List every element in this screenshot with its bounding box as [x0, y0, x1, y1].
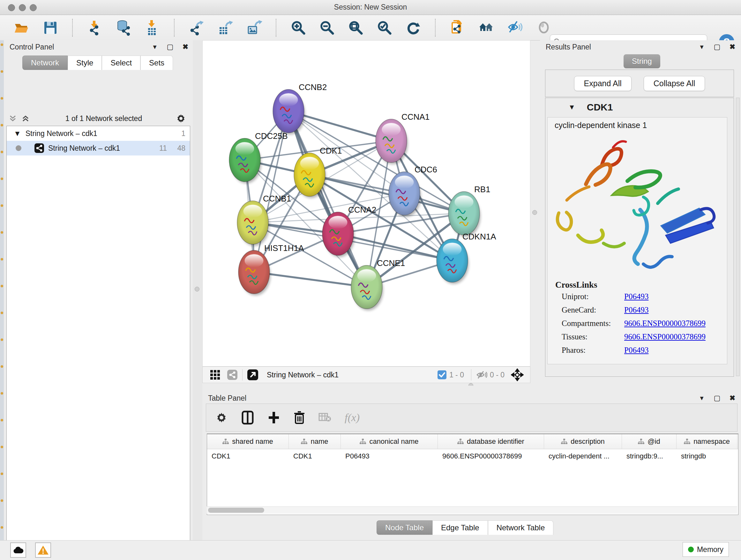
node-CDKN1A[interactable]: CDKN1A — [436, 232, 496, 284]
float-panel-icon[interactable]: ▢ — [713, 43, 721, 51]
network-share-icon[interactable] — [227, 369, 238, 380]
node-HIST1H1A[interactable]: HIST1H1A — [239, 243, 304, 295]
node-CCNB2[interactable]: CCNB2 — [273, 82, 327, 134]
column-header-id[interactable]: @id — [622, 434, 677, 449]
node-CCNA1[interactable]: CCNA1 — [376, 112, 429, 164]
birdseye-view-icon[interactable] — [210, 369, 220, 380]
collapse-all-button[interactable]: Collapse All — [644, 76, 705, 91]
column-header-description[interactable]: description — [544, 434, 622, 449]
network-collection-row[interactable]: ▼ String Network – cdk1 1 — [7, 126, 190, 141]
node-CDC6[interactable]: CDC6 — [389, 165, 437, 217]
tab-node-table[interactable]: Node Table — [377, 520, 432, 535]
tab-edge-table[interactable]: Edge Table — [432, 520, 488, 535]
edge-CCNB2-CCNE1[interactable] — [288, 111, 367, 287]
export-image-icon — [246, 19, 262, 36]
tab-network[interactable]: Network — [22, 56, 68, 70]
hide-selected-button[interactable] — [506, 19, 524, 37]
crosslink-link[interactable]: P06493 — [624, 346, 649, 355]
create-column-plus-icon[interactable] — [267, 411, 280, 425]
float-panel-icon[interactable]: ▢ — [713, 394, 721, 402]
tab-string[interactable]: String — [623, 54, 660, 68]
network-canvas[interactable]: CCNB2 CCNA1 CDC25B CDK1 CDC6 RB1 CCNB1 — [202, 40, 530, 367]
splitter-grip[interactable] — [195, 287, 199, 292]
cloud-button[interactable] — [10, 543, 26, 558]
zoom-out-icon — [319, 19, 335, 36]
tab-select[interactable]: Select — [102, 56, 140, 70]
tab-style[interactable]: Style — [68, 56, 102, 70]
results-scrollbar[interactable] — [736, 98, 740, 376]
folder-open-button[interactable] — [13, 19, 30, 37]
table-hscroll-thumb[interactable] — [208, 508, 264, 513]
show-all-button[interactable] — [535, 19, 553, 37]
import-network-button[interactable] — [86, 19, 104, 37]
selected-checkbox-icon[interactable] — [437, 370, 447, 380]
table-row[interactable]: CDK1CDK1P064939606.ENSP00000378699cyclin… — [207, 449, 738, 463]
status-bar: Memory — [0, 540, 741, 560]
column-header-label: description — [570, 437, 604, 446]
zoom-fit-button[interactable] — [347, 19, 365, 37]
column-header-databaseidentifier[interactable]: database identifier — [438, 434, 544, 449]
document-share-button[interactable] — [449, 19, 467, 37]
export-image-button[interactable] — [245, 19, 263, 37]
collection-expand-icon[interactable]: ▼ — [14, 129, 21, 138]
protein-structure-image — [548, 130, 726, 280]
table-cell: cyclin-dependent ... — [544, 452, 622, 460]
node-RB1[interactable]: RB1 — [448, 185, 490, 237]
close-panel-icon[interactable]: ✖ — [728, 394, 737, 402]
string-home-button[interactable] — [477, 19, 495, 37]
node-label-CCNB2: CCNB2 — [299, 82, 327, 92]
node-label-CDC6: CDC6 — [414, 165, 437, 174]
crosslink-link[interactable]: 9606.ENSP00000378699 — [624, 319, 705, 328]
export-table-button[interactable] — [216, 19, 234, 37]
crosslink-link[interactable]: P06493 — [624, 292, 649, 301]
crosslink-row: Tissues:9606.ENSP00000378699 — [548, 330, 727, 344]
column-header-sharedname[interactable]: shared name — [207, 434, 289, 449]
column-header-label: canonical name — [369, 437, 418, 446]
gene-collapse-icon[interactable]: ▼ — [568, 103, 576, 111]
fit-selected-crosshair-icon[interactable] — [511, 368, 524, 381]
collapse-all-networks-icon[interactable] — [8, 114, 17, 123]
show-columns-icon[interactable] — [241, 411, 254, 425]
refresh-icon — [405, 19, 421, 36]
panel-splitter-vertical[interactable] — [193, 40, 202, 540]
warnings-button[interactable] — [35, 543, 51, 558]
column-header-namespace[interactable]: namespace — [677, 434, 738, 449]
export-network-button[interactable] — [188, 19, 205, 37]
network-selected-summary: 1 of 1 Network selected — [32, 114, 176, 123]
zoom-selected-button[interactable] — [376, 19, 394, 37]
save-icon — [42, 19, 59, 36]
memory-button[interactable]: Memory — [683, 542, 729, 557]
column-header-name[interactable]: name — [289, 434, 341, 449]
refresh-button[interactable] — [404, 19, 422, 37]
tab-network-table[interactable]: Network Table — [488, 520, 554, 535]
collapse-panel-icon[interactable]: ▾ — [151, 43, 159, 51]
expand-all-networks-icon[interactable] — [21, 114, 30, 123]
folder-open-icon — [13, 19, 30, 36]
table-settings-gear-icon[interactable] — [215, 411, 228, 424]
splitter-grip[interactable] — [532, 210, 537, 215]
expand-all-button[interactable]: Expand All — [574, 76, 631, 91]
network-row-selected[interactable]: String Network – cdk1 11 48 — [7, 141, 190, 155]
collapse-panel-icon[interactable]: ▾ — [697, 43, 706, 51]
open-in-new-window-icon[interactable] — [247, 369, 259, 381]
crosslink-link[interactable]: 9606.ENSP00000378699 — [624, 332, 705, 341]
save-button[interactable] — [42, 19, 59, 37]
hidden-eye-slash-icon[interactable] — [476, 370, 487, 380]
column-header-canonicalname[interactable]: canonical name — [341, 434, 438, 449]
zoom-out-button[interactable] — [318, 19, 336, 37]
close-panel-icon[interactable]: ✖ — [181, 43, 190, 51]
delete-column-trash-icon[interactable] — [293, 411, 305, 425]
import-table-button[interactable] — [143, 19, 161, 37]
node-CCNE1[interactable]: CCNE1 — [351, 258, 405, 310]
crosslink-link[interactable]: P06493 — [624, 306, 649, 314]
import-database-button[interactable] — [115, 19, 132, 37]
table-hscrollbar[interactable] — [207, 506, 737, 514]
network-options-gear-icon[interactable] — [176, 113, 186, 124]
edge-HIST1H1A-CCNE1[interactable] — [254, 272, 367, 287]
float-panel-icon[interactable]: ▢ — [166, 43, 174, 51]
collapse-panel-icon[interactable]: ▾ — [697, 394, 706, 402]
tab-sets[interactable]: Sets — [140, 56, 173, 70]
close-panel-icon[interactable]: ✖ — [728, 43, 737, 51]
zoom-in-button[interactable] — [289, 19, 307, 37]
table-cell: stringdb:9... — [622, 452, 677, 460]
